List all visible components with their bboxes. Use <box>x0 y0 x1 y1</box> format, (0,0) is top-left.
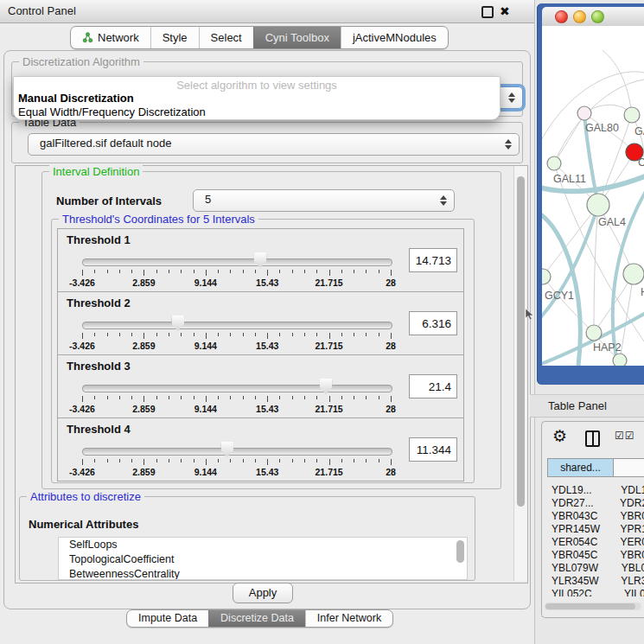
node-label: GA <box>634 125 644 137</box>
table-panel: ⚙ ☑☑ shared... na YDL19...YDL1YDR27...YD… <box>541 421 644 618</box>
popup-hint: Select algorithm to view settings <box>14 79 500 92</box>
threshold-slider[interactable]: -3.4262.8599.14415.4321.71528 <box>82 315 391 351</box>
tab-jactivemnodules[interactable]: jActiveMNodules <box>341 27 448 48</box>
node-label: C <box>638 156 644 169</box>
scrollbar-thumb[interactable] <box>545 603 635 609</box>
tab-label: jActiveMNodules <box>353 28 437 48</box>
table-row[interactable]: YER054CYER0 <box>547 536 644 549</box>
gear-icon[interactable]: ⚙ <box>552 427 567 446</box>
tab-label: Style <box>163 28 188 48</box>
slider-track[interactable] <box>82 385 392 392</box>
table-row[interactable]: YLR345WYLR3 <box>547 575 644 588</box>
number-of-intervals-combo[interactable]: 5 <box>193 189 455 212</box>
control-panel-titlebar: Control Panel ✖ <box>0 0 534 23</box>
popup-option-equal-width-frequency[interactable]: Equal Width/Frequency Discretization <box>18 105 206 118</box>
threshold-value-field[interactable]: 21.4 <box>409 374 457 399</box>
network-node[interactable] <box>586 325 602 341</box>
table-header-row: shared... na <box>547 458 644 477</box>
table-data-group: Table Data galFiltered.sif default node <box>11 122 523 163</box>
threshold-slider[interactable]: -3.4262.8599.14415.4321.71528 <box>82 378 391 414</box>
table-row[interactable]: YBL079WYBL0 <box>547 562 644 575</box>
tick-row <box>82 459 391 466</box>
scrollbar-thumb[interactable] <box>517 176 525 507</box>
tick-row <box>82 333 391 340</box>
numerical-attributes-list[interactable]: SelfLoopsTopologicalCoefficientBetweenne… <box>58 537 468 580</box>
tab-network[interactable]: Network <box>71 27 150 48</box>
threshold-slider[interactable]: -3.4262.8599.14415.4321.71528 <box>82 441 391 477</box>
tick-labels: -3.4262.8599.14415.4321.71528 <box>82 277 391 288</box>
thresholds-group: Threshold's Coordinates for 5 Intervals … <box>51 219 475 483</box>
network-node[interactable] <box>587 194 609 216</box>
cyni-toolbox-panel: Discretization Algorithm Table Data galF… <box>3 50 531 609</box>
close-icon[interactable]: ✖ <box>500 3 510 19</box>
table-rows: YDL19...YDL1YDR27...YDR2YBR043CYBR0YPR14… <box>547 484 644 596</box>
threshold-value-field[interactable]: 11.344 <box>409 437 457 462</box>
group-title: Attributes to discretize <box>27 490 144 503</box>
tab-label: Discretize Data <box>220 611 294 626</box>
top-tab-bar: Network Style Select Cyni Toolbox jActiv… <box>70 26 449 49</box>
list-item[interactable]: SelfLoops <box>59 538 467 552</box>
node-label: GAL11 <box>553 173 586 185</box>
table-row[interactable]: YDL19...YDL1 <box>547 484 644 497</box>
network-node[interactable] <box>577 106 591 120</box>
table-row[interactable]: YDR27...YDR2 <box>547 497 644 510</box>
column-header-name[interactable]: na <box>614 458 644 477</box>
popup-option-manual-discretization[interactable]: Manual Discretization <box>18 92 134 105</box>
column-header-shared-name[interactable]: shared... <box>547 458 614 477</box>
number-of-intervals-label: Number of Intervals <box>56 194 162 207</box>
tab-discretize-data[interactable]: Discretize Data <box>208 610 305 627</box>
network-node[interactable] <box>624 107 640 123</box>
tick-row <box>82 396 391 403</box>
apply-button[interactable]: Apply <box>233 583 293 603</box>
threshold-panel: Threshold 1 -3.4262.8599.14415.4321.7152… <box>57 228 464 292</box>
table-data-combo[interactable]: galFiltered.sif default node <box>28 133 520 156</box>
combo-value: 5 <box>205 193 211 206</box>
network-node[interactable] <box>623 264 644 284</box>
table-row[interactable]: YBR043CYBR0 <box>547 510 644 523</box>
threshold-label: Threshold 1 <box>67 233 131 246</box>
table-row[interactable]: YBR045CYBR0 <box>547 549 644 562</box>
horizontal-scrollbar[interactable] <box>545 603 641 610</box>
threshold-panel: Threshold 2 -3.4262.8599.14415.4321.7152… <box>57 291 464 355</box>
tab-style[interactable]: Style <box>150 27 199 48</box>
table-row[interactable]: YPR145WYPR1 <box>547 523 644 536</box>
tab-label: Cyni Toolbox <box>265 28 329 48</box>
combo-value: galFiltered.sif default node <box>40 137 171 150</box>
split-columns-icon[interactable] <box>585 430 600 447</box>
network-node[interactable] <box>547 156 561 170</box>
group-title: Discretization Algorithm <box>19 55 143 68</box>
threshold-slider[interactable]: -3.4262.8599.14415.4321.71528 <box>82 252 391 288</box>
slider-track[interactable] <box>82 322 392 329</box>
vertical-scrollbar[interactable] <box>513 166 527 581</box>
close-traffic-light[interactable] <box>555 10 568 23</box>
group-title: Threshold's Coordinates for 5 Intervals <box>59 213 258 226</box>
tab-cyni-toolbox[interactable]: Cyni Toolbox <box>253 27 341 48</box>
table-row[interactable]: YIL052CYIL0 <box>547 588 644 596</box>
threshold-value-field[interactable]: 14.713 <box>409 248 457 272</box>
threshold-panel: Threshold 4 -3.4262.8599.14415.4321.7152… <box>57 418 464 481</box>
list-scrollbar-thumb[interactable] <box>456 540 464 563</box>
network-node[interactable] <box>542 269 551 284</box>
slider-track[interactable] <box>82 448 392 456</box>
settings-scroll-panel: Interval Definition Number of Intervals … <box>15 165 528 583</box>
float-window-icon[interactable] <box>481 6 494 18</box>
minimize-traffic-light[interactable] <box>573 10 586 23</box>
select-columns-icon[interactable]: ☑☑ <box>615 430 635 442</box>
tab-label: Network <box>98 28 139 48</box>
threshold-value-field[interactable]: 6.316 <box>409 311 457 335</box>
combo-stepper-icon <box>440 194 447 207</box>
tab-impute-data[interactable]: Impute Data <box>127 610 208 627</box>
slider-track[interactable] <box>82 258 392 266</box>
network-node[interactable] <box>613 354 627 366</box>
tab-label: Impute Data <box>138 611 197 626</box>
list-item[interactable]: BetweennessCentrality <box>59 567 467 580</box>
interval-definition-group: Interval Definition Number of Intervals … <box>41 171 501 489</box>
screen: Control Panel ✖ Network Style Select Cyn… <box>0 0 644 644</box>
tab-infer-network[interactable]: Infer Network <box>305 610 392 627</box>
tick-labels: -3.4262.8599.14415.4321.71528 <box>82 467 391 477</box>
tab-select[interactable]: Select <box>199 27 253 48</box>
zoom-traffic-light[interactable] <box>591 10 604 23</box>
network-canvas[interactable]: GAL80GAGAL11CGAL4GCY1HHAP2 <box>542 26 644 366</box>
list-item[interactable]: TopologicalCoefficient <box>59 552 467 567</box>
node-label: GCY1 <box>545 290 574 302</box>
